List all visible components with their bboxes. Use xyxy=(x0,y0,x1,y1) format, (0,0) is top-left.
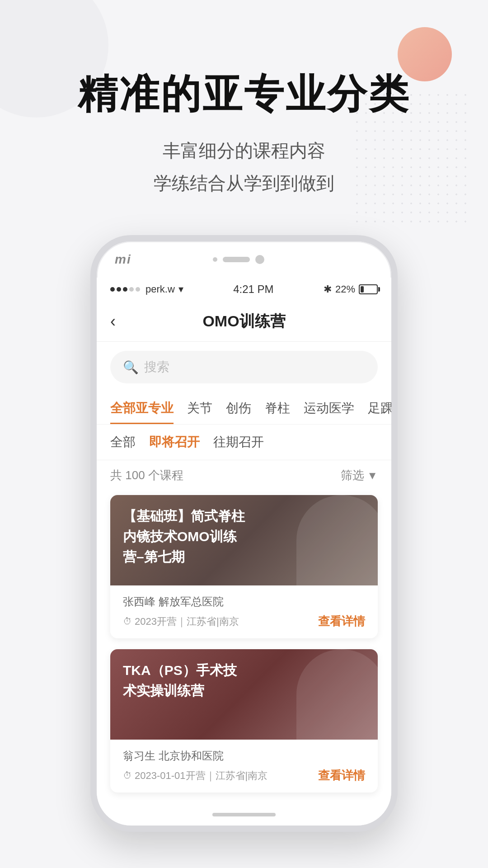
search-icon: 🔍 xyxy=(123,360,139,375)
category-tab-5[interactable]: 足踝 xyxy=(368,392,391,424)
home-indicator xyxy=(212,813,276,816)
back-button[interactable]: ‹ xyxy=(110,312,116,331)
subtitle: 丰富细分的课程内容 学练结合从学到到做到 xyxy=(0,134,488,199)
subtitle-line1: 丰富细分的课程内容 xyxy=(0,134,488,167)
speaker-bar xyxy=(223,257,250,262)
card-detail-btn-1[interactable]: 查看详情 xyxy=(318,613,365,629)
sensor-dot xyxy=(213,257,217,262)
time-tabs: 全部即将召开往期召开 xyxy=(97,425,391,460)
card-author-1: 张西峰 解放军总医院 xyxy=(123,594,365,609)
course-card-1[interactable]: 【基础班】简式脊柱内镜技术OMO训练营–第七期 张西峰 解放军总医院 ⏱ 202… xyxy=(110,495,378,638)
filter-label: 筛选 xyxy=(341,467,364,483)
card-author-2: 翁习生 北京协和医院 xyxy=(123,749,365,763)
status-right: ✱ 22% xyxy=(324,283,378,295)
course-count: 共 100 个课程 xyxy=(110,467,183,483)
card-body-1: 张西峰 解放军总医院 ⏱ 2023开营｜江苏省|南京 查看详情 xyxy=(110,585,378,638)
time-tab-1[interactable]: 即将召开 xyxy=(149,434,200,451)
header-section: 精准的亚专业分类 丰富细分的课程内容 学练结合从学到到做到 xyxy=(0,0,488,199)
status-left: perk.w ▾ xyxy=(110,283,183,295)
phone-top-bar: mi xyxy=(97,241,391,278)
status-bar: perk.w ▾ 4:21 PM ✱ 22% xyxy=(97,278,391,301)
time-tab-2[interactable]: 往期召开 xyxy=(213,434,264,451)
card-time-2: 2023-01-01开营｜江苏省|南京 xyxy=(135,769,267,783)
app-content: ‹ OMO训练营 🔍 搜索 全部亚专业关节创伤脊柱运动医学足踝 全部即将召开往期… xyxy=(97,301,391,826)
wifi-icon: ▾ xyxy=(178,283,183,295)
category-tab-2[interactable]: 创伤 xyxy=(226,392,251,424)
search-bar[interactable]: 🔍 搜索 xyxy=(110,351,378,383)
filter-icon: ▼ xyxy=(367,469,378,482)
time-tab-0[interactable]: 全部 xyxy=(110,434,136,451)
signal-dot-5 xyxy=(136,287,140,292)
card-title-overlay-1: 【基础班】简式脊柱内镜技术OMO训练营–第七期 xyxy=(110,495,378,585)
card-image-2: TKA（PS）手术技术实操训练营 xyxy=(110,649,378,740)
category-tabs: 全部亚专业关节创伤脊柱运动医学足踝 xyxy=(97,392,391,425)
status-time: 4:21 PM xyxy=(233,283,273,296)
count-filter-row: 共 100 个课程 筛选 ▼ xyxy=(97,460,391,491)
card-detail-btn-2[interactable]: 查看详情 xyxy=(318,768,365,783)
nav-title: OMO训练营 xyxy=(202,311,285,332)
card-title-2: TKA（PS）手术技术实操训练营 xyxy=(123,660,249,701)
category-tab-4[interactable]: 运动医学 xyxy=(304,392,354,424)
phone-sensors xyxy=(213,255,264,264)
card-time-1: 2023开营｜江苏省|南京 xyxy=(135,615,239,628)
battery-icon xyxy=(359,284,378,294)
signal-dots xyxy=(110,287,140,292)
category-tab-3[interactable]: 脊柱 xyxy=(265,392,290,424)
card-title-overlay-2: TKA（PS）手术技术实操训练营 xyxy=(110,649,378,740)
nav-bar: ‹ OMO训练营 xyxy=(97,301,391,342)
battery-fill xyxy=(361,286,364,292)
battery-percentage: 22% xyxy=(335,283,355,295)
signal-dot-1 xyxy=(110,287,115,292)
card-image-1: 【基础班】简式脊柱内镜技术OMO训练营–第七期 xyxy=(110,495,378,585)
course-card-2[interactable]: TKA（PS）手术技术实操训练营 翁习生 北京协和医院 ⏱ 2023-01-01… xyxy=(110,649,378,793)
search-placeholder: 搜索 xyxy=(144,359,169,376)
filter-button[interactable]: 筛选 ▼ xyxy=(341,467,378,483)
phone-outer: mi perk.w ▾ 4:21 PM xyxy=(90,235,398,832)
signal-dot-2 xyxy=(117,287,121,292)
subtitle-line2: 学练结合从学到到做到 xyxy=(0,167,488,199)
clock-icon-1: ⏱ xyxy=(123,616,132,627)
phone-brand-logo: mi xyxy=(115,252,131,267)
phone-mockup: mi perk.w ▾ 4:21 PM xyxy=(90,235,398,832)
carrier-text: perk.w xyxy=(145,283,175,295)
clock-icon-2: ⏱ xyxy=(123,770,132,781)
camera-dot xyxy=(255,255,264,264)
card-meta-1: ⏱ 2023开营｜江苏省|南京 查看详情 xyxy=(123,613,365,629)
card-meta-2: ⏱ 2023-01-01开营｜江苏省|南京 查看详情 xyxy=(123,768,365,783)
category-tab-1[interactable]: 关节 xyxy=(187,392,212,424)
card-info-1: ⏱ 2023开营｜江苏省|南京 xyxy=(123,615,239,628)
signal-dot-4 xyxy=(129,287,134,292)
signal-dot-3 xyxy=(123,287,127,292)
card-info-2: ⏱ 2023-01-01开营｜江苏省|南京 xyxy=(123,769,267,783)
card-title-1: 【基础班】简式脊柱内镜技术OMO训练营–第七期 xyxy=(123,506,249,567)
main-title: 精准的亚专业分类 xyxy=(0,72,488,116)
category-tab-0[interactable]: 全部亚专业 xyxy=(110,392,174,424)
courses-list: 【基础班】简式脊柱内镜技术OMO训练营–第七期 张西峰 解放军总医院 ⏱ 202… xyxy=(97,491,391,797)
card-body-2: 翁习生 北京协和医院 ⏱ 2023-01-01开营｜江苏省|南京 查看详情 xyxy=(110,740,378,793)
bluetooth-icon: ✱ xyxy=(324,283,332,295)
